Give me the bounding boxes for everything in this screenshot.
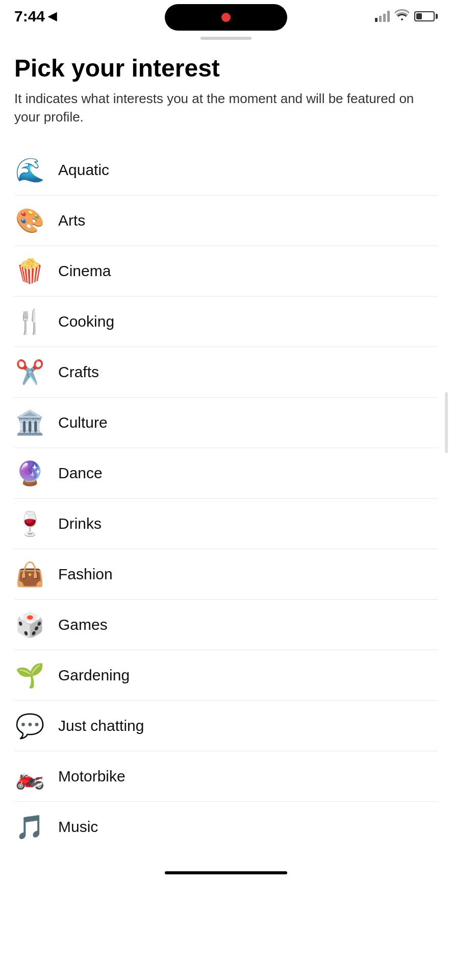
interest-item-gardening[interactable]: 🌱Gardening [14,650,438,701]
cinema-emoji: 🍿 [14,257,45,285]
dynamic-island [165,4,287,31]
games-emoji: 🎲 [14,611,45,639]
games-label: Games [58,616,108,633]
status-time: 7:44 ◀ [14,8,57,25]
drinks-emoji: 🍷 [14,510,45,537]
page-title: Pick your interest [14,55,438,82]
just-chatting-emoji: 💬 [14,712,45,740]
fashion-label: Fashion [58,566,113,583]
interest-item-aquatic[interactable]: 🌊Aquatic [14,145,438,195]
interest-item-arts[interactable]: 🎨Arts [14,195,438,246]
fashion-emoji: 👜 [14,560,45,588]
drag-handle-bar [200,37,252,40]
page-content: Pick your interest It indicates what int… [0,50,452,852]
location-icon: ◀ [48,10,57,23]
interest-item-music[interactable]: 🎵Music [14,802,438,852]
interest-item-just-chatting[interactable]: 💬Just chatting [14,701,438,751]
home-indicator [0,862,452,879]
crafts-label: Crafts [58,363,99,381]
just-chatting-label: Just chatting [58,717,144,734]
interest-item-cooking[interactable]: 🍴Cooking [14,297,438,347]
home-bar [165,871,287,874]
interest-list: 🌊Aquatic🎨Arts🍿Cinema🍴Cooking✂️Crafts🏛️Cu… [14,145,438,852]
dance-label: Dance [58,464,103,482]
interest-item-fashion[interactable]: 👜Fashion [14,549,438,600]
battery-icon [414,11,438,21]
aquatic-emoji: 🌊 [14,156,45,184]
interest-item-crafts[interactable]: ✂️Crafts [14,347,438,398]
drinks-label: Drinks [58,515,102,532]
interest-item-culture[interactable]: 🏛️Culture [14,398,438,448]
culture-label: Culture [58,414,108,431]
signal-icon [375,11,390,22]
interest-item-drinks[interactable]: 🍷Drinks [14,499,438,549]
status-bar: 7:44 ◀ [0,0,452,31]
interest-item-cinema[interactable]: 🍿Cinema [14,246,438,297]
music-label: Music [58,818,98,836]
motorbike-emoji: 🏍️ [14,763,45,790]
dance-emoji: 🔮 [14,459,45,487]
time-display: 7:44 [14,8,45,25]
cinema-label: Cinema [58,262,111,280]
gardening-emoji: 🌱 [14,662,45,689]
interest-item-motorbike[interactable]: 🏍️Motorbike [14,751,438,802]
motorbike-label: Motorbike [58,768,125,785]
recording-dot [221,13,231,22]
cooking-emoji: 🍴 [14,308,45,335]
page-subtitle: It indicates what interests you at the m… [14,89,438,127]
cooking-label: Cooking [58,313,114,330]
music-emoji: 🎵 [14,813,45,841]
status-icons [375,9,438,23]
gardening-label: Gardening [58,667,130,684]
interest-item-dance[interactable]: 🔮Dance [14,448,438,499]
scroll-indicator [445,392,448,453]
crafts-emoji: ✂️ [14,358,45,386]
arts-label: Arts [58,212,85,229]
aquatic-label: Aquatic [58,161,109,179]
culture-emoji: 🏛️ [14,409,45,436]
drag-handle [0,31,452,50]
interest-item-games[interactable]: 🎲Games [14,600,438,650]
arts-emoji: 🎨 [14,207,45,234]
wifi-icon [395,9,409,23]
